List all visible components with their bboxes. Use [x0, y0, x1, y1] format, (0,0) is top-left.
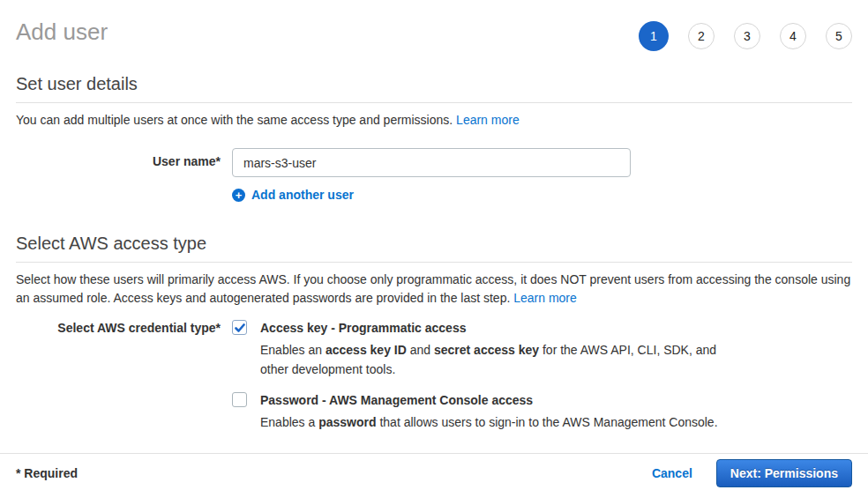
next-permissions-button[interactable]: Next: Permissions: [716, 459, 852, 487]
credential-options: Access key - Programmatic access Enables…: [232, 320, 747, 432]
password-option-desc: Enables a password that allows users to …: [260, 412, 718, 432]
password-option-title: Password - AWS Management Console access: [260, 392, 718, 409]
username-field-wrap: [232, 148, 631, 177]
password-option-body: Password - AWS Management Console access…: [260, 392, 718, 432]
access-key-option-desc: Enables an access key ID and secret acce…: [260, 340, 747, 379]
access-key-option-body: Access key - Programmatic access Enables…: [260, 320, 747, 379]
page-header: Add user 1 2 3 4 5: [0, 0, 868, 51]
access-key-checkbox[interactable]: [232, 320, 247, 335]
username-label: User name*: [16, 148, 221, 177]
desc-text: that allows users to sign-in to the AWS …: [377, 415, 718, 429]
wizard-step-2: 2: [688, 23, 715, 49]
page-title: Add user: [16, 16, 108, 48]
desc-bold: secret access key: [434, 343, 539, 357]
username-row: User name*: [0, 148, 868, 177]
add-another-user-row: + Add another user: [0, 188, 868, 202]
credential-type-row: Select AWS credential type* Access key -…: [0, 320, 868, 432]
access-key-option-title: Access key - Programmatic access: [260, 320, 747, 337]
access-type-intro-text: Select how these users will primarily ac…: [16, 272, 850, 305]
username-input[interactable]: [232, 148, 631, 177]
check-icon: [235, 323, 245, 333]
desc-text: and: [407, 343, 434, 357]
add-another-user-button[interactable]: Add another user: [251, 188, 354, 202]
credential-type-label: Select AWS credential type*: [16, 320, 221, 432]
user-details-intro: You can add multiple users at once with …: [16, 111, 852, 130]
option-password: Password - AWS Management Console access…: [232, 392, 747, 432]
learn-more-link-access-type[interactable]: Learn more: [513, 291, 577, 305]
desc-bold: access key ID: [326, 343, 407, 357]
section-heading-user-details: Set user details: [16, 74, 852, 103]
section-heading-access-type: Select AWS access type: [16, 234, 852, 263]
password-checkbox[interactable]: [232, 392, 247, 407]
access-type-intro: Select how these users will primarily ac…: [16, 271, 852, 308]
wizard-step-1: 1: [639, 21, 669, 51]
option-access-key: Access key - Programmatic access Enables…: [232, 320, 747, 379]
wizard-step-4: 4: [780, 23, 806, 49]
cancel-button[interactable]: Cancel: [652, 466, 692, 480]
footer-actions: Cancel Next: Permissions: [652, 459, 852, 487]
desc-text: Enables an: [260, 343, 326, 357]
wizard-footer: * Required Cancel Next: Permissions: [0, 453, 868, 490]
required-note: * Required: [16, 466, 78, 480]
wizard-step-5: 5: [826, 23, 852, 49]
plus-circle-icon: +: [232, 189, 245, 202]
learn-more-link-user-details[interactable]: Learn more: [456, 113, 520, 127]
user-details-intro-text: You can add multiple users at once with …: [16, 113, 453, 127]
desc-bold: password: [318, 415, 376, 429]
wizard-step-3: 3: [734, 23, 760, 49]
desc-text: Enables a: [260, 415, 318, 429]
wizard-step-indicator: 1 2 3 4 5: [639, 21, 852, 51]
